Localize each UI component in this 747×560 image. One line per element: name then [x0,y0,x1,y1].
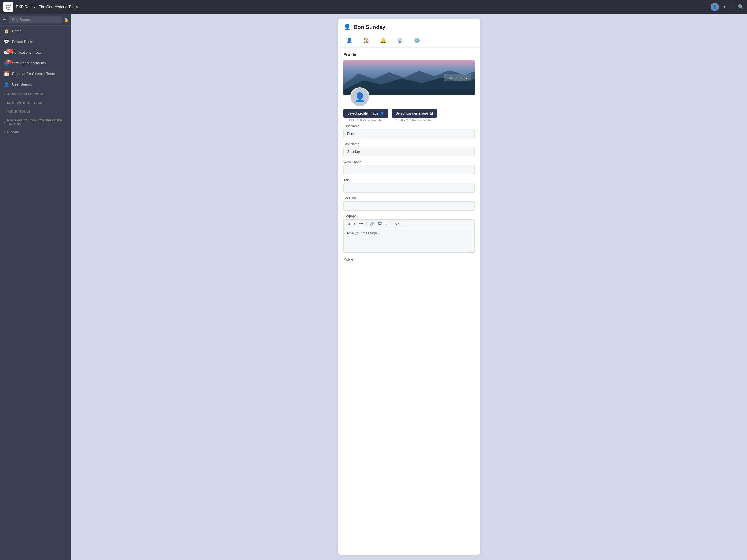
profile-image-group: Select profile image 👤 160 x 160 Recomme… [343,109,388,122]
bio-divider-2 [391,222,391,226]
biography-textarea[interactable] [343,228,475,253]
tab-notifications[interactable]: 🔔 [375,34,391,47]
banner-image-label: Select banner image [395,111,428,116]
select-profile-image-button[interactable]: Select profile image 👤 [343,109,388,118]
bio-more-button[interactable]: ⋮ [402,221,409,227]
avatar-placeholder-icon: 👤 [354,92,365,102]
section-label: AGENT DEVELOPMENT [7,93,44,96]
sidebar-section-yapmo-tools[interactable]: › YAPMO TOOLS [0,107,71,116]
title-input[interactable] [343,183,475,193]
first-name-group: First Name [343,124,475,138]
bio-list-button[interactable]: ≡ [384,221,389,227]
home-icon: 🏠 [4,28,9,34]
search-icon[interactable]: 🔍 [738,4,744,10]
bio-font-button[interactable]: A▾ [357,221,365,227]
topbar: Corner Stone Team EXP Realty - The Corne… [0,0,747,14]
sidebar-item-label: Home [12,29,67,33]
private-posts-icon: 💬 [4,39,9,44]
sidebar-item-private-posts[interactable]: 💬 Private Posts [0,36,71,47]
topbar-actions: 👤 ▼ + 🔍 [711,3,744,11]
profile-user-icon: 👤 [343,24,351,31]
section-label: MEET WITH THE TEAM [7,101,43,104]
profile-name: Don Sunday [354,24,386,30]
last-name-group: Last Name [343,142,475,156]
tab-settings[interactable]: ⚙️ [409,34,426,47]
section-label: EXP Realty - The Cornerstone Team Su... [7,119,67,125]
lock-icon: 🔒 [64,18,68,22]
tab-profile[interactable]: 👤 [341,34,358,47]
main-layout: ☰ 🔒 🏠 Home 💬 Private Posts ✉️ 99+ Notifi… [0,14,747,560]
first-name-label: First Name [343,124,475,128]
sidebar-item-user-search[interactable]: 👤 User Search [0,79,71,90]
sidebar-item-label: Staff Announcements [12,61,67,65]
add-icon[interactable]: + [730,4,733,10]
work-phone-label: Work Phone [343,160,475,164]
title-label: Title [343,178,475,182]
sidebar-item-label: Reserve Conference Room [12,72,67,76]
sidebar-section-exp-cornerstone[interactable]: › EXP Realty - The Cornerstone Team Su..… [0,116,71,128]
sidebar-section-hidden[interactable]: › HIDDEN [0,128,71,137]
sidebar-item-home[interactable]: 🏠 Home [0,26,71,36]
select-banner-image-button[interactable]: Select banner image 🖼 [391,109,437,118]
first-name-input[interactable] [343,129,475,138]
chevron-icon: › [4,120,5,124]
chevron-icon: › [4,131,5,134]
content-area: 👤 Don Sunday 👤 🏠 🔔 📡 ⚙️ Profile [71,14,747,560]
bio-divider-1 [366,222,367,226]
name-badge: Don Sunday [444,74,471,81]
chevron-icon: › [4,101,5,104]
topbar-title: EXP Realty - The Cornerstone Team [16,5,708,9]
user-avatar[interactable]: 👤 [711,3,719,11]
sidebar: ☰ 🔒 🏠 Home 💬 Private Posts ✉️ 99+ Notifi… [0,14,71,560]
sidebar-section-meet-team[interactable]: › MEET WITH THE TEAM [0,98,71,107]
mobile-group: Mobile [343,258,475,261]
banner-image-hint: 1200 x 260 Recommended [396,119,432,122]
staff-badge: 31 [6,59,12,63]
sidebar-item-notifications[interactable]: ✉️ 99+ Notifications Inbox [0,47,71,58]
location-input[interactable] [343,201,475,210]
work-phone-group: Work Phone [343,160,475,175]
sidebar-item-label: User Search [12,82,67,86]
reserve-room-icon: 📅 [4,71,9,76]
sidebar-item-label: Private Posts [12,40,67,44]
tab-home[interactable]: 🏠 [358,34,375,47]
title-group: Title [343,178,475,193]
profile-image-label: Select profile image [347,111,379,116]
tab-feed[interactable]: 📡 [391,34,409,47]
avatar-dropdown-icon[interactable]: ▼ [723,5,726,8]
notifications-badge: 99+ [6,49,14,52]
last-name-input[interactable] [343,147,475,156]
sidebar-item-staff-announcements[interactable]: 👥 31 Staff Announcements [0,58,71,68]
sidebar-item-reserve-room[interactable]: 📅 Reserve Conference Room [0,68,71,79]
banner-image-group: Select banner image 🖼 1200 x 260 Recomme… [391,109,437,122]
mobile-label: Mobile [343,258,475,261]
section-label: YAPMO TOOLS [7,110,31,113]
work-phone-input[interactable] [343,165,475,175]
location-label: Location [343,196,475,200]
sidebar-section-agent-development[interactable]: › AGENT DEVELOPMENT [0,90,71,98]
hamburger-icon: ☰ [3,17,6,22]
avatar-circle: 👤 [350,87,370,107]
sidebar-item-label: Notifications Inbox [12,50,67,54]
bio-italic-button[interactable]: I [352,221,357,227]
sidebar-search-row: ☰ 🔒 [0,14,71,26]
bio-toolbar: B I A▾ 🔗 🖼 ≡ </> ⋮ [343,219,475,228]
bio-link-button[interactable]: 🔗 [368,221,376,227]
profile-card: 👤 Don Sunday 👤 🏠 🔔 📡 ⚙️ Profile [338,19,480,555]
banner-image-icon: 🖼 [430,111,433,116]
image-buttons: Select profile image 👤 160 x 160 Recomme… [343,109,475,122]
profile-card-header: 👤 Don Sunday [338,19,480,34]
profile-tabs: 👤 🏠 🔔 📡 ⚙️ [338,34,480,48]
profile-section-title: Profile [343,52,475,57]
bio-image-button[interactable]: 🖼 [377,221,383,227]
find-rooms-input[interactable] [9,16,61,23]
user-search-icon: 👤 [4,82,9,87]
bio-code-button[interactable]: </> [393,221,401,227]
chevron-icon: › [4,110,5,113]
svg-text:Corner: Corner [5,4,11,6]
location-group: Location [343,196,475,210]
bio-bold-button[interactable]: B [346,221,352,227]
profile-image-icon: 👤 [380,111,384,116]
avatar-icon: 👤 [712,5,717,9]
biography-group: Biography B I A▾ 🔗 🖼 ≡ </> ⋮ [343,214,475,254]
